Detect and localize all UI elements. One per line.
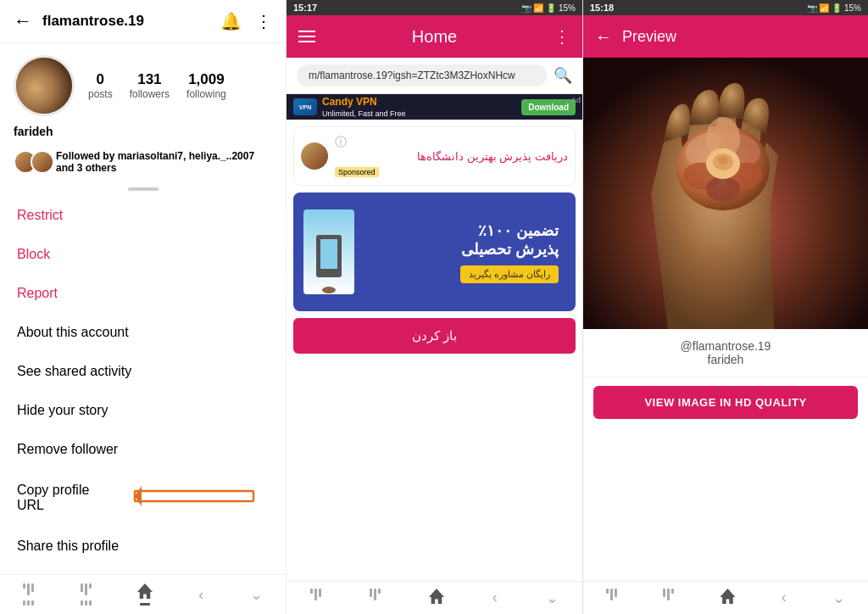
- following-count: 1,009: [188, 71, 225, 88]
- preview-info: @flamantrose.19 farideh: [583, 329, 868, 377]
- svg-point-15: [718, 156, 728, 165]
- avatar: [14, 55, 75, 116]
- ad-avatar: [301, 142, 328, 170]
- rose-image: [583, 58, 868, 329]
- nav-bars-2[interactable]: [81, 583, 92, 606]
- mid-nav-down[interactable]: ⌄: [546, 589, 559, 607]
- profile-username: flamantrose.19: [42, 13, 220, 30]
- hamburger-icon[interactable]: [298, 31, 315, 42]
- followed-by-section: Followed by mariasoltani7, heliya._..200…: [0, 145, 286, 182]
- info-icon: ⓘ: [335, 135, 347, 148]
- followed-by-names: Followed by mariasoltani7, heliya._..200…: [56, 150, 254, 174]
- restrict-button[interactable]: Restrict: [0, 196, 286, 235]
- copy-profile-url-button[interactable]: Copy profile URL: [0, 469, 286, 527]
- status-time-right: 15:18: [590, 3, 614, 13]
- ad-text-group: Candy VPN Unlimited, Fast and Free: [322, 96, 406, 118]
- mid-home-icon: [429, 589, 444, 604]
- followers-count: 131: [137, 71, 161, 88]
- rose-svg: [583, 58, 868, 329]
- open-button[interactable]: باز کردن: [293, 318, 576, 354]
- search-icon[interactable]: 🔍: [554, 66, 572, 85]
- header-icons: 🔔 ⋮: [220, 11, 272, 31]
- mid-nav-bars-1[interactable]: [310, 589, 321, 607]
- middle-header: Home ⋮: [287, 15, 582, 58]
- drag-bar: [128, 187, 159, 191]
- middle-bottom-nav: ‹ ⌄: [287, 581, 582, 614]
- share-profile-button[interactable]: Share this profile: [0, 527, 286, 566]
- right-nav-down[interactable]: ⌄: [832, 589, 845, 607]
- see-shared-activity-button[interactable]: See shared activity: [0, 352, 286, 391]
- mid-nav-home[interactable]: [429, 589, 444, 607]
- status-time-middle: 15:17: [293, 3, 317, 13]
- right-nav-back[interactable]: ‹: [782, 589, 787, 607]
- about-account-button[interactable]: About this account: [0, 313, 286, 352]
- follower-avatars: [14, 150, 47, 174]
- mid-nav-back[interactable]: ‹: [492, 589, 498, 607]
- vpn-sub-text: Unlimited, Fast and Free: [322, 109, 406, 118]
- promo-image: [303, 209, 354, 294]
- right-home-icon: [720, 589, 735, 604]
- ad-title-text: دریافت پذیرش بهترین دانشگاه‌ها: [335, 150, 568, 163]
- view-hd-button[interactable]: VIEW IMAGE IN HD QUALITY: [593, 386, 858, 419]
- download-button[interactable]: Download: [521, 99, 576, 115]
- ad-card-header: ⓘ دریافت پذیرش بهترین دانشگاه‌ها Sponsor…: [294, 127, 575, 185]
- nav-home[interactable]: [137, 583, 153, 606]
- promo-text: تضمین ۱۰۰٪ پذیرش تحصیلی رایگان مشاوره بگ…: [354, 221, 565, 283]
- vpn-logo: VPN: [293, 98, 317, 115]
- following-stat: 1,009 following: [186, 71, 226, 100]
- followed-by-text: Followed by mariasoltani7, heliya._..200…: [56, 150, 272, 174]
- url-display: m/flamantrose.19?igsh=ZTZtc3M3ZHoxNHcw: [297, 64, 547, 87]
- following-label: following: [186, 88, 226, 100]
- promo-cta[interactable]: رایگان مشاوره بگیرید: [460, 265, 559, 283]
- promo-line2: پذیرش تحصیلی: [361, 240, 559, 259]
- back-nav-icon: ‹: [198, 586, 203, 604]
- followers-stat: 131 followers: [130, 71, 170, 100]
- left-bottom-nav: ‹ ⌄: [0, 574, 286, 614]
- middle-more-icon[interactable]: ⋮: [554, 26, 570, 47]
- svg-marker-1: [135, 486, 142, 506]
- profile-name: farideh: [0, 125, 286, 145]
- copy-profile-label: Copy profile URL: [17, 483, 120, 513]
- hide-story-button[interactable]: Hide your story: [0, 391, 286, 430]
- ad-label: Ad: [571, 96, 581, 104]
- nav-bars-1[interactable]: [23, 583, 34, 606]
- followers-label: followers: [130, 88, 170, 100]
- right-nav-bars-2[interactable]: [663, 589, 674, 607]
- report-button[interactable]: Report: [0, 274, 286, 313]
- candy-vpn-text: Candy VPN: [322, 96, 406, 108]
- right-nav-home[interactable]: [720, 589, 735, 607]
- posts-label: posts: [88, 88, 113, 100]
- profile-section: 0 posts 131 followers 1,009 following: [0, 43, 286, 125]
- more-options-icon[interactable]: ⋮: [255, 11, 272, 31]
- block-button[interactable]: Block: [0, 235, 286, 274]
- ad-meta: ⓘ دریافت پذیرش بهترین دانشگاه‌ها Sponsor…: [335, 134, 568, 178]
- right-nav-bars-1[interactable]: [606, 589, 617, 607]
- ad-card: ⓘ دریافت پذیرش بهترین دانشگاه‌ها Sponsor…: [293, 126, 576, 186]
- follower-avatar-2: [31, 150, 54, 174]
- status-bar-middle: 15:17 📷 📶 🔋 15%: [287, 0, 582, 15]
- right-header: ← Preview: [583, 15, 868, 58]
- qr-code-button[interactable]: QR code: [0, 566, 286, 574]
- nav-down[interactable]: ⌄: [250, 585, 263, 604]
- mid-nav-bars-2[interactable]: [370, 589, 381, 607]
- right-bottom-nav: ‹ ⌄: [583, 581, 868, 614]
- status-icons-right: 📷 📶 🔋 15%: [807, 3, 861, 13]
- right-back-icon[interactable]: ←: [595, 27, 612, 47]
- sponsored-badge: Sponsored: [335, 167, 379, 177]
- preview-title: Preview: [622, 28, 676, 46]
- nav-back[interactable]: ‹: [198, 586, 203, 604]
- remove-follower-button[interactable]: Remove follower: [0, 430, 286, 469]
- search-bar: m/flamantrose.19?igsh=ZTZtc3M3ZHoxNHcw 🔍: [287, 58, 582, 94]
- drag-handle: [0, 182, 286, 196]
- promo-banner: تضمین ۱۰۰٪ پذیرش تحصیلی رایگان مشاوره بگ…: [293, 193, 576, 311]
- preview-handle: @flamantrose.19: [597, 339, 854, 353]
- posts-stat: 0 posts: [88, 71, 113, 100]
- home-title: Home: [315, 27, 554, 47]
- status-icons-middle: 📷 📶 🔋 15%: [521, 3, 576, 13]
- menu-section: Restrict Block Report About this account…: [0, 196, 286, 574]
- bell-icon[interactable]: 🔔: [220, 11, 242, 31]
- left-panel: ← flamantrose.19 🔔 ⋮ 0 posts 131 followe…: [0, 0, 287, 614]
- svg-rect-0: [135, 491, 253, 501]
- posts-count: 0: [97, 71, 104, 88]
- back-icon[interactable]: ←: [14, 10, 32, 32]
